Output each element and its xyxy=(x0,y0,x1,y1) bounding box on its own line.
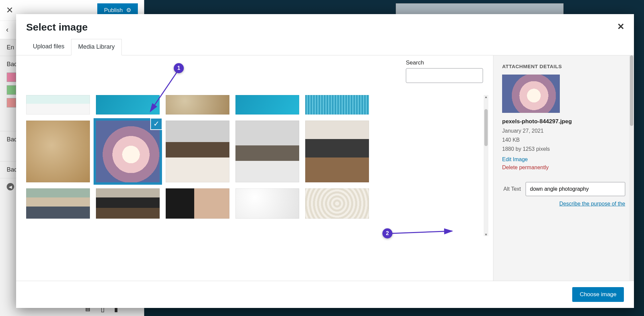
search-label: Search xyxy=(406,59,483,66)
modal-tabs: Upload files Media Library xyxy=(16,39,634,55)
details-heading: ATTACHMENT DETAILS xyxy=(502,63,625,69)
media-thumb[interactable] xyxy=(235,188,299,219)
customizer-close-icon[interactable]: ✕ xyxy=(6,5,13,15)
details-scrollbar[interactable] xyxy=(629,55,634,281)
media-thumb[interactable] xyxy=(166,95,229,115)
scroll-down-icon[interactable]: ▼ xyxy=(484,233,488,236)
tab-upload-files[interactable]: Upload files xyxy=(26,39,71,55)
details-dimensions: 1880 by 1253 pixels xyxy=(502,144,625,153)
bg-thumb[interactable] xyxy=(7,73,16,82)
media-thumb[interactable] xyxy=(235,121,299,182)
media-thumb[interactable] xyxy=(305,95,369,115)
details-thumbnail xyxy=(502,75,560,113)
tab-media-library[interactable]: Media Library xyxy=(71,39,122,55)
media-modal: Select image ✕ Upload files Media Librar… xyxy=(16,14,634,308)
media-thumb[interactable] xyxy=(26,188,90,219)
media-thumb[interactable] xyxy=(26,121,90,182)
annotation-badge-2: 2 xyxy=(382,228,392,238)
media-thumb[interactable] xyxy=(96,95,160,115)
alt-text-label: Alt Text xyxy=(502,186,521,192)
scroll-up-icon[interactable]: ▲ xyxy=(484,95,488,98)
media-grid: ✓ xyxy=(26,95,479,219)
media-thumb[interactable] xyxy=(96,188,160,219)
collapse-icon: ◀ xyxy=(7,183,14,190)
scroll-handle[interactable] xyxy=(484,109,488,146)
media-thumb[interactable] xyxy=(166,121,229,182)
describe-purpose-link[interactable]: Describe the purpose of the xyxy=(502,201,625,207)
bg-thumb[interactable] xyxy=(7,98,16,107)
media-thumb-selected[interactable]: ✓ xyxy=(96,121,160,182)
media-thumb[interactable] xyxy=(305,188,369,219)
edit-image-link[interactable]: Edit Image xyxy=(502,156,528,163)
publish-label: Publish xyxy=(104,7,123,14)
alt-text-input[interactable] xyxy=(526,182,625,196)
media-thumb[interactable] xyxy=(166,188,229,219)
annotation-badge-1: 1 xyxy=(174,63,184,73)
selected-check-icon: ✓ xyxy=(150,118,162,130)
search-input[interactable] xyxy=(406,68,483,83)
gear-icon[interactable]: ⚙ xyxy=(126,7,131,14)
attachment-details: ATTACHMENT DETAILS pexels-photo-844297.j… xyxy=(493,55,634,281)
media-library-main: Search ✓ xyxy=(16,55,493,281)
details-date: January 27, 2021 xyxy=(502,126,625,135)
modal-close-icon[interactable]: ✕ xyxy=(617,21,625,32)
scroll-handle[interactable] xyxy=(630,55,633,126)
details-filesize: 140 KB xyxy=(502,135,625,144)
details-filename: pexels-photo-844297.jpeg xyxy=(502,118,625,125)
media-thumb[interactable] xyxy=(26,95,90,115)
grid-scrollbar[interactable]: ▲ ▼ xyxy=(484,95,488,236)
media-thumb[interactable] xyxy=(305,121,369,182)
delete-permanently-link[interactable]: Delete permanently xyxy=(502,165,625,171)
media-thumb[interactable] xyxy=(235,95,299,115)
bg-thumb[interactable] xyxy=(7,85,16,95)
modal-title: Select image xyxy=(26,21,624,33)
choose-image-button[interactable]: Choose image xyxy=(572,287,624,302)
